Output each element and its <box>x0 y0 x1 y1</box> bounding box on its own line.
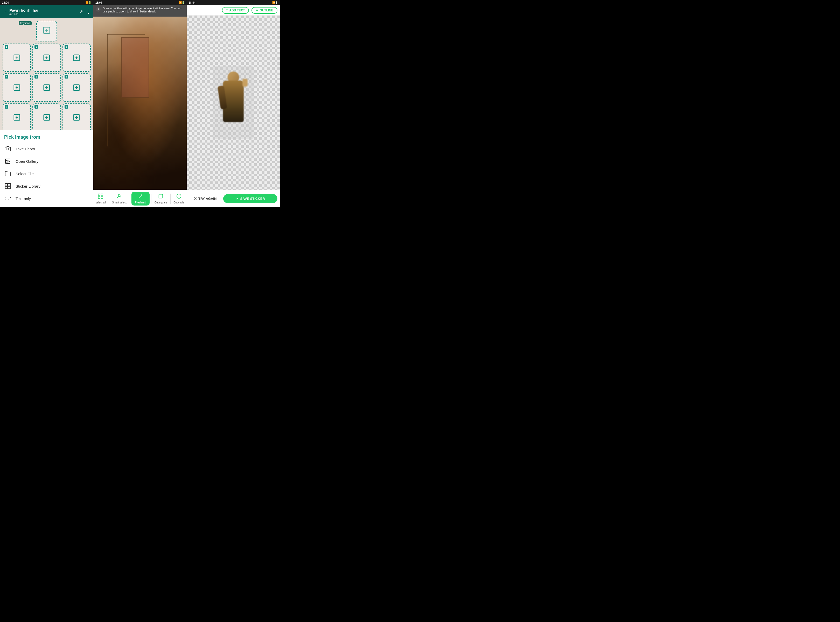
cut-square-icon <box>158 193 163 200</box>
option-take-photo[interactable]: Take Photo <box>4 143 89 155</box>
select-all-button[interactable]: select all <box>94 192 107 205</box>
select-all-icon <box>98 193 104 200</box>
sticker-num-9: 9 <box>64 105 68 108</box>
pick-image-sheet: Pick image from Take Photo Open Gallery <box>0 130 93 207</box>
freehand-icon <box>137 193 144 200</box>
svg-rect-36 <box>8 186 11 189</box>
save-sticker-button[interactable]: ✓ SAVE STICKER <box>223 194 277 203</box>
panel-image-editor: 18:04 📶🔋 ℹ Draw an outline with your fin… <box>93 0 187 207</box>
status-time-3: 18:04 <box>189 1 195 4</box>
svg-point-43 <box>118 194 120 196</box>
sticker-cell-9[interactable]: 9 <box>63 104 91 130</box>
svg-point-47 <box>177 194 181 198</box>
pick-image-title: Pick image from <box>4 134 89 140</box>
sticker-preview-box <box>212 66 254 139</box>
smart-select-button[interactable]: Smart select <box>110 192 128 205</box>
sticker-cell-featured[interactable] <box>36 21 57 41</box>
svg-line-45 <box>139 198 139 198</box>
try-again-label: TRY AGAIN <box>199 197 217 201</box>
sticker-cell-8[interactable]: 8 <box>32 104 61 130</box>
status-time-1: 18:04 <box>2 1 9 4</box>
svg-rect-41 <box>98 197 100 198</box>
chat-name: Pawri ho rhi hai <box>9 8 77 12</box>
save-sticker-label: SAVE STICKER <box>240 197 265 201</box>
sticker-cell-6[interactable]: 6 <box>63 73 91 102</box>
sticker-grid: 1 2 3 4 <box>3 44 91 130</box>
sticker-num-8: 8 <box>35 105 38 108</box>
sticker-library-icon <box>4 183 11 190</box>
try-again-x-icon: ✕ <box>193 196 197 201</box>
sticker-cell-5[interactable]: 5 <box>32 73 61 102</box>
outline-icon: ✏ <box>256 9 258 12</box>
sticker-cell-2[interactable]: 2 <box>32 44 61 72</box>
info-text: Draw an outline with your finger to sele… <box>103 7 184 13</box>
add-text-icon: T <box>226 9 228 12</box>
open-gallery-label: Open Gallery <box>15 159 38 163</box>
smart-select-icon <box>116 193 122 200</box>
option-sticker-library[interactable]: Sticker Library <box>4 180 89 192</box>
folder-icon <box>4 170 11 177</box>
sticker-preview-canvas <box>187 15 280 190</box>
camera-icon <box>4 145 11 152</box>
sticker-num-6: 6 <box>64 75 68 79</box>
sticker-cell-3[interactable]: 3 <box>63 44 91 72</box>
sticker-cell-1[interactable]: 1 <box>3 44 31 72</box>
freehand-button[interactable]: Freehand <box>131 192 150 206</box>
sticker-num-4: 4 <box>5 75 8 79</box>
add-text-button[interactable]: T ADD TEXT <box>222 7 249 14</box>
option-select-file[interactable]: Select File <box>4 168 89 180</box>
status-time-2: 18:04 <box>95 1 102 4</box>
sticker-cell-7[interactable]: 7 <box>3 104 31 130</box>
svg-rect-33 <box>5 183 8 186</box>
outline-button[interactable]: ✏ OUTLINE <box>252 7 277 14</box>
sticker-cell-4[interactable]: 4 <box>3 73 31 102</box>
divider-2 <box>130 194 130 204</box>
status-icons-2: 📶🔋 <box>179 1 185 4</box>
outline-label: OUTLINE <box>260 9 273 12</box>
save-check-icon: ✓ <box>236 197 239 201</box>
option-text-only[interactable]: Text only <box>4 192 89 205</box>
sticker-library-label: Sticker Library <box>15 184 40 188</box>
cut-square-label: Cut square <box>154 201 167 204</box>
info-bar: ℹ Draw an outline with your finger to se… <box>93 5 187 17</box>
sticker-num-3: 3 <box>64 45 68 49</box>
svg-rect-46 <box>159 194 163 198</box>
info-icon: ℹ <box>96 7 101 12</box>
status-icons-1: 📶🔋 <box>86 1 91 4</box>
svg-rect-37 <box>5 197 11 198</box>
panel-whatsapp-sticker: 18:04 📶🔋 ← Pawri ho rhi hai ak1411 ↗ ⋮ t… <box>0 0 93 207</box>
menu-icon[interactable]: ⋮ <box>86 9 91 15</box>
freehand-label: Freehand <box>135 201 146 204</box>
chat-info: Pawri ho rhi hai ak1411 <box>9 8 77 15</box>
preview-bottom-bar: ✕ TRY AGAIN ✓ SAVE STICKER <box>187 190 280 207</box>
panel-sticker-preview: 18:04 📶🔋 T ADD TEXT ✏ OUTLINE <box>187 0 280 207</box>
svg-line-44 <box>139 195 142 198</box>
svg-point-32 <box>6 160 7 161</box>
cut-square-button[interactable]: Cut square <box>153 192 169 205</box>
cut-circle-icon <box>176 193 182 200</box>
svg-rect-35 <box>5 186 8 189</box>
divider-4 <box>170 194 171 204</box>
try-again-button[interactable]: ✕ TRY AGAIN <box>189 194 221 203</box>
option-open-gallery[interactable]: Open Gallery <box>4 155 89 168</box>
svg-point-30 <box>7 148 9 150</box>
sticker-grid-area: tray icon 1 2 <box>0 18 93 130</box>
header-actions: ↗ ⋮ <box>79 9 91 15</box>
sticker-num-5: 5 <box>35 75 38 79</box>
back-button[interactable]: ← <box>3 9 7 15</box>
svg-rect-38 <box>5 199 9 200</box>
svg-rect-34 <box>8 183 11 186</box>
image-canvas[interactable] <box>93 17 187 190</box>
svg-rect-42 <box>101 197 103 198</box>
sticker-num-7: 7 <box>5 105 8 108</box>
gallery-icon <box>4 158 11 165</box>
preview-topbar: T ADD TEXT ✏ OUTLINE <box>187 5 280 15</box>
cut-circle-label: Cut circle <box>173 201 184 204</box>
sticker-num-2: 2 <box>35 45 38 49</box>
chat-subtitle: ak1411 <box>9 12 77 15</box>
share-icon[interactable]: ↗ <box>79 9 83 15</box>
text-only-icon <box>4 195 11 202</box>
editor-toolbar: select all Smart select Freehand <box>93 190 187 207</box>
cut-circle-button[interactable]: Cut circle <box>172 192 186 205</box>
text-only-label: Text only <box>15 197 31 201</box>
